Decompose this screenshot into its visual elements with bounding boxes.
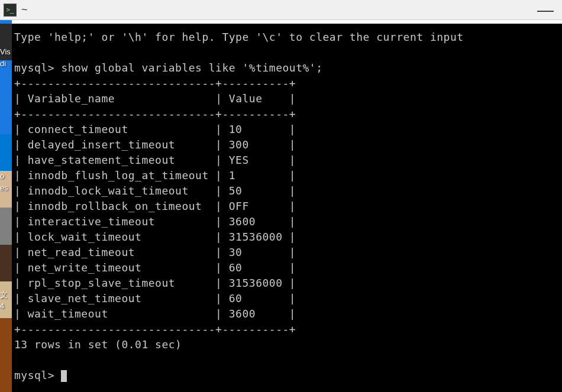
desktop-text: es — [0, 183, 8, 192]
table-border: +-----------------------------+---------… — [14, 108, 296, 120]
cursor — [61, 370, 67, 382]
table-border: +-----------------------------+---------… — [14, 323, 296, 335]
desktop-text: 4 — [0, 302, 4, 310]
table-border: +-----------------------------+---------… — [14, 77, 296, 89]
result-summary: 13 rows in set (0.01 sec) — [14, 338, 182, 351]
window-title: ~ — [21, 4, 28, 16]
titlebar-controls: — — [532, 1, 558, 20]
terminal-content[interactable]: Type 'help;' or '\h' for help. Type '\c'… — [12, 24, 562, 392]
help-line: Type 'help;' or '\h' for help. Type '\c'… — [14, 31, 464, 43]
sql-command: show global variables like '%timeout%'; — [61, 61, 322, 74]
prompt-icon: >_ — [6, 6, 14, 14]
mysql-prompt: mysql> — [14, 61, 54, 74]
desktop-text: o — [0, 171, 4, 180]
terminal-app-icon: >_ — [4, 4, 17, 17]
table-header-row: | — [14, 92, 28, 105]
minimize-button[interactable]: — — [532, 1, 558, 20]
window-titlebar[interactable]: >_ ~ — — [0, 0, 562, 20]
table-header-col2: Value — [229, 92, 263, 105]
table-header-pad: | — [115, 92, 229, 105]
desktop-text: di — [0, 59, 6, 68]
mysql-prompt: mysql> — [14, 369, 54, 381]
table-header-col1: Variable_name — [28, 92, 115, 105]
table-header-pad: | — [263, 92, 296, 105]
desktop-text: Vis — [0, 47, 11, 56]
desktop-edge — [0, 24, 12, 392]
table-rows-container: | connect_timeout | 10 | | delayed_inser… — [14, 122, 562, 322]
desktop-text: 文 — [0, 290, 8, 300]
